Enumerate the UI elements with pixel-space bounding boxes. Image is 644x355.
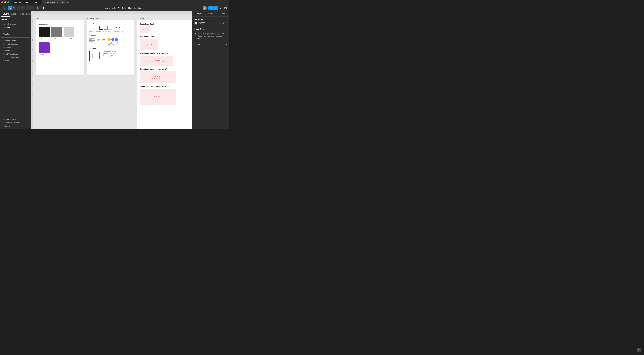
dots-section: Sparkles (90, 38, 96, 43)
swatch-grey-label: Grey (51, 38, 62, 40)
pen-tool-button[interactable]: ✏ (26, 6, 30, 10)
canvas-content: Colors Base colors Grey 160 Grey (33, 14, 192, 129)
stroke-sq-lighter (108, 26, 112, 30)
bg-color-row: E5E5E5 100% 👁 (194, 22, 227, 25)
page-item-logo[interactable]: Logo (1, 29, 30, 32)
tab1-label: AI Builder Illustration Library (14, 1, 37, 3)
ruler-horizontal: 250 365 460 550 640 730 825 920 1010 110… (33, 11, 192, 14)
layer-form-processing[interactable]: ⊞ Form Processing (1, 42, 30, 45)
zoom-level[interactable]: 48% (223, 7, 227, 9)
page-item-thumbnail[interactable]: Figma Thumbnail (1, 22, 30, 26)
tab-guidelines[interactable]: Guidelines ▾ (19, 11, 32, 17)
layer-portal[interactable]: ⊞ Portal (1, 59, 30, 62)
swatch-grey30-color (64, 27, 74, 37)
layer-text-classification[interactable]: ⊞ Text Classification (1, 52, 30, 56)
tab-design[interactable]: Design (192, 11, 204, 16)
stroke-caption1: 2pt stroke · joint round · cap round · 2… (90, 30, 131, 32)
stroke-line-thick (90, 28, 98, 28)
tab-code[interactable]: Code (217, 11, 229, 16)
tab-bar: AI Builder Illustration Library ✕ AI Bui… (12, 0, 228, 4)
breadcrumb-title[interactable]: AI Builder Illustration Library (119, 7, 144, 9)
tab-design-library[interactable]: AI Builder Design Library (42, 0, 66, 4)
text-tool-button[interactable]: T (36, 6, 39, 10)
stroke-sq-light (104, 26, 108, 30)
page-item-sandbox[interactable]: -Sandbox- (1, 32, 30, 36)
size-mbas-title: Illustrations for Get started for MBAS (140, 53, 191, 54)
breadcrumb: _Design System / AI Builder Illustration… (103, 7, 146, 9)
rectangle-tool-button[interactable]: □ (18, 6, 21, 10)
background-section: Background E5E5E5 100% 👁 (192, 16, 229, 26)
layer-model-detail-pages[interactable]: ⊞ Model Detail Pages (1, 56, 30, 59)
share-button[interactable]: Share (208, 6, 218, 10)
layer-object-detection[interactable]: ⊞ Object Detection (1, 45, 30, 49)
structure-inner-box (91, 52, 100, 59)
swatch-grey30-label: Grey 30 (64, 38, 74, 40)
bottom-layer-section: ⊞ Common sizes ⊞ Strokes & Structure ⊞ C… (0, 117, 31, 129)
base-colors-title: Base colors (39, 23, 81, 25)
panel-tabs: Layers Assets Guidelines ▾ (0, 11, 31, 17)
pencil-tool-button[interactable]: ✒ (30, 6, 34, 10)
tab1-close-icon[interactable]: ✕ (38, 1, 40, 3)
size-dialog-title: Sample images for Get Started dialog (140, 85, 191, 87)
strokes-frame: Strokes & Structure Stroke (87, 18, 134, 76)
layer-section: ⊞ Prebuilt models ⊞ Form Processing ⊞ Ob… (0, 38, 31, 63)
sizes-frame-label: Common sizes (137, 18, 192, 19)
size-dialog-placeholder: 852 x 408 PNG or .SVG files (140, 89, 176, 105)
comment-tool-button[interactable]: 💬 (41, 6, 46, 10)
add-page-button[interactable]: + (28, 18, 30, 21)
layer-prebuilt-models[interactable]: ⊞ Prebuilt models (1, 39, 30, 42)
minimize-button[interactable] (4, 1, 6, 3)
funnel-icon-2: ⛛ (118, 26, 120, 29)
size-mbas-placeholder: 520 x 240 Get started Illustrations MBAS (140, 56, 173, 66)
tab-prototype[interactable]: Prototype (204, 11, 217, 16)
add-tab-button[interactable]: + (66, 1, 69, 4)
breadcrumb-prefix: _Design System (103, 7, 118, 9)
tab2-label: AI Builder Design Library (44, 1, 64, 3)
frame-tool-button[interactable]: ⊡ (12, 6, 16, 10)
size-section-large: Illustrations Large 240 x 180 (140, 35, 191, 50)
titlebar: AI Builder Illustration Library ✕ AI Bui… (0, 0, 229, 5)
stroke-title: Stroke (90, 23, 131, 25)
visibility-icon[interactable]: 👁 (225, 22, 227, 24)
color-swatches: Grey 160 Grey Grey 30 (39, 27, 81, 40)
breadcrumb-arrow[interactable]: ▾ (145, 7, 146, 9)
local-styles-section: Local Styles ⊞ To create a style, select… (192, 26, 229, 41)
bg-color-hex: E5E5E5 (198, 22, 205, 24)
common-sizes-frame: Common sizes Illustrations Small 100 x 1… (137, 18, 192, 129)
layer-prediction[interactable]: ⊞ Prediction (1, 49, 30, 52)
structure-title: Structure (90, 48, 131, 49)
shape-tool-button[interactable]: ⬡ (21, 6, 24, 10)
powerapps-label: PowerApps (39, 54, 81, 55)
close-button[interactable] (1, 1, 3, 3)
structure-outer-box (90, 51, 101, 61)
layer-strokes-structure[interactable]: ⊞ Strokes & Structure (1, 121, 30, 124)
play-button[interactable]: ▶ (220, 6, 222, 9)
tab-assets[interactable]: Assets (10, 11, 19, 17)
tab-illustration-library[interactable]: AI Builder Illustration Library ✕ (12, 0, 42, 4)
export-add-button[interactable]: + (226, 43, 227, 46)
bg-color-chip[interactable] (194, 22, 198, 25)
ruler-vertical: 5000 5250 5500 5750 6000 6250 6500 6750 (31, 14, 33, 129)
tab-layers[interactable]: Layers (1, 11, 10, 17)
draw-tool-group: ✏ ✒ (26, 6, 34, 10)
structure-labels: Outermost form - #Grey 160 Inner form - … (103, 51, 118, 57)
select-tool-button[interactable]: ↖ (8, 6, 12, 10)
layer-colors[interactable]: ⊞ Colors (1, 124, 30, 128)
toolbar-right: U Share ▶ 48% (202, 6, 227, 10)
stroke-sq-dark (100, 26, 103, 30)
layer-common-sizes[interactable]: ⊞ Common sizes (1, 118, 30, 121)
size-section-small: Illustrations Small 100 x 100 (140, 23, 191, 33)
export-label: Export (194, 43, 200, 45)
structure-detail-box (92, 54, 98, 58)
menu-button[interactable]: ☰ (2, 6, 6, 10)
canvas-area[interactable]: 250 365 460 550 640 730 825 920 1010 110… (31, 11, 192, 129)
local-styles-description: To create a style, select a layer and cl… (198, 32, 227, 39)
left-panel: Layers Assets Guidelines ▾ Pages + Figma… (0, 11, 31, 129)
swatch-grey-color (51, 27, 62, 37)
maximize-button[interactable] (8, 1, 10, 3)
size-large-title: Illustrations Large (140, 35, 191, 37)
size-ga-placeholder: 552 x 260 PNG or .SVG files (140, 71, 176, 83)
local-styles-grid-icon: ⊞ (194, 33, 196, 35)
page-item-guidelines[interactable]: ✓ Guidelines (1, 26, 30, 29)
swatch-grey30: Grey 30 (64, 27, 74, 40)
